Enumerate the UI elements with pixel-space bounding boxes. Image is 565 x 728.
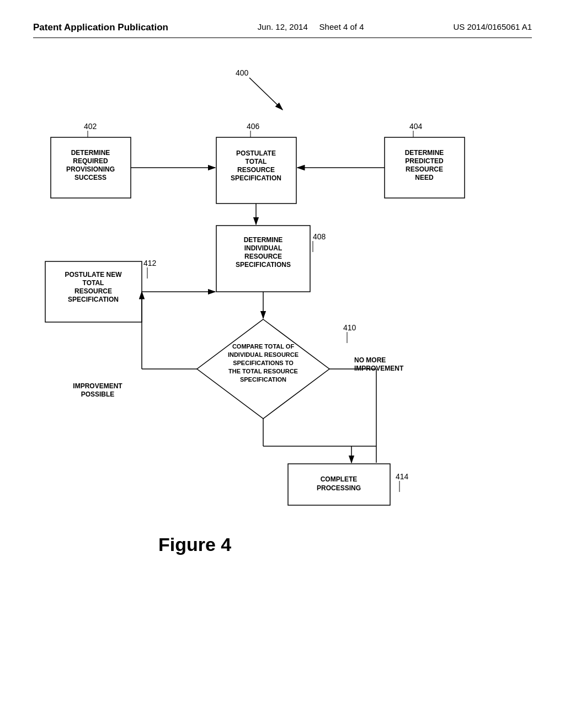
page: Patent Application Publication Jun. 12, … — [0, 0, 565, 728]
header-right: US 2014/0165061 A1 — [453, 22, 532, 31]
svg-text:PROVISIONING: PROVISIONING — [66, 165, 115, 173]
date-sheet: Jun. 12, 2014 Sheet 4 of 4 — [258, 22, 364, 31]
svg-text:RESOURCE: RESOURCE — [244, 253, 282, 260]
svg-text:PROCESSING: PROCESSING — [317, 484, 361, 492]
svg-text:POSTULATE: POSTULATE — [236, 149, 276, 157]
ref-400: 400 — [236, 68, 249, 77]
ref-410: 410 — [343, 323, 356, 332]
svg-text:SPECIFICATION: SPECIFICATION — [68, 296, 119, 303]
svg-text:TOTAL: TOTAL — [246, 158, 267, 165]
svg-text:NEED: NEED — [415, 174, 434, 181]
flowchart-svg: 400 402 406 404 DETERMINE REQUIRED PROVI… — [34, 49, 531, 645]
svg-text:POSSIBLE: POSSIBLE — [81, 390, 115, 398]
arrow-400 — [249, 78, 282, 110]
label-improvement-possible: IMPROVEMENT — [73, 382, 122, 390]
svg-text:RESOURCE: RESOURCE — [74, 287, 112, 295]
ref-402: 402 — [84, 122, 97, 131]
svg-text:COMPARE TOTAL OF: COMPARE TOTAL OF — [232, 343, 295, 350]
publication-label: Patent Application Publication — [33, 22, 168, 33]
label-no-more: NO MORE — [354, 356, 386, 364]
svg-text:RESOURCE: RESOURCE — [406, 165, 443, 173]
svg-text:REQUIRED: REQUIRED — [73, 157, 108, 165]
svg-text:DETERMINE: DETERMINE — [244, 236, 283, 244]
svg-text:INDIVIDUAL RESOURCE: INDIVIDUAL RESOURCE — [228, 351, 299, 358]
ref-414: 414 — [396, 472, 409, 481]
svg-text:COMPLETE: COMPLETE — [321, 475, 358, 483]
ref-406: 406 — [247, 122, 260, 131]
svg-text:DETERMINE: DETERMINE — [405, 149, 444, 157]
svg-text:SPECIFICATIONS: SPECIFICATIONS — [236, 261, 291, 269]
svg-text:SPECIFICATION: SPECIFICATION — [240, 376, 286, 383]
svg-text:IMPROVEMENT: IMPROVEMENT — [354, 365, 404, 372]
svg-text:RESOURCE: RESOURCE — [237, 166, 275, 174]
header-center: Jun. 12, 2014 Sheet 4 of 4 — [258, 22, 364, 31]
svg-text:PREDICTED: PREDICTED — [405, 157, 444, 165]
svg-text:SPECIFICATION: SPECIFICATION — [231, 174, 281, 182]
header-left: Patent Application Publication — [33, 22, 168, 33]
page-header: Patent Application Publication Jun. 12, … — [33, 22, 532, 38]
svg-text:INDIVIDUAL: INDIVIDUAL — [244, 244, 282, 252]
svg-text:SUCCESS: SUCCESS — [74, 174, 106, 181]
box-402-text: DETERMINE — [71, 149, 110, 157]
svg-text:TOTAL: TOTAL — [83, 279, 104, 287]
ref-408: 408 — [313, 232, 326, 241]
svg-text:SPECIFICATIONS TO: SPECIFICATIONS TO — [233, 360, 294, 366]
ref-404: 404 — [409, 122, 423, 131]
flowchart-diagram: 400 402 406 404 DETERMINE REQUIRED PROVI… — [34, 49, 531, 656]
svg-text:POSTULATE NEW: POSTULATE NEW — [65, 271, 122, 279]
figure-label: Figure 4 — [158, 534, 231, 555]
ref-412: 412 — [143, 259, 157, 267]
svg-text:THE TOTAL RESOURCE: THE TOTAL RESOURCE — [228, 368, 298, 374]
patent-number: US 2014/0165061 A1 — [453, 22, 532, 31]
